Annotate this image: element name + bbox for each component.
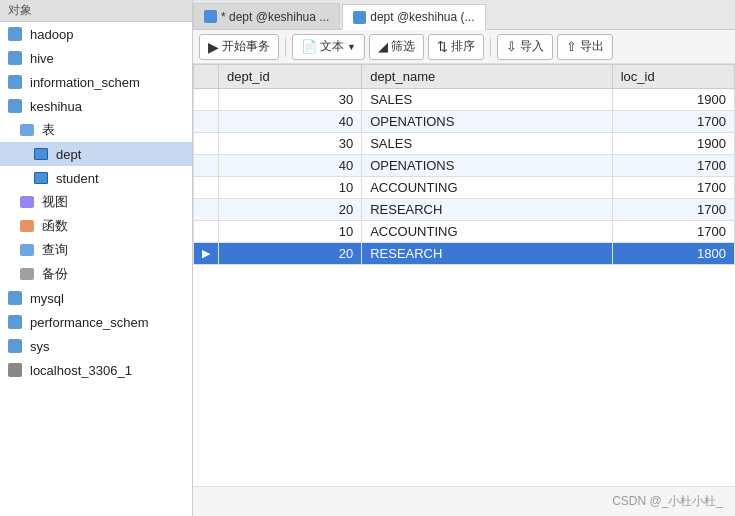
cell-dept-id: 30	[219, 89, 362, 111]
sort-button[interactable]: ⇅ 排序	[428, 34, 484, 60]
sidebar-item-sys[interactable]: sys	[0, 334, 192, 358]
cell-loc-id: 1800	[612, 243, 734, 265]
data-table: dept_id dept_name loc_id 30 SALES 1900 4…	[193, 64, 735, 265]
table-header-row: dept_id dept_name loc_id	[194, 65, 735, 89]
table-row[interactable]: 10 ACCOUNTING 1700	[194, 221, 735, 243]
cell-loc-id: 1700	[612, 177, 734, 199]
row-indicator	[194, 199, 219, 221]
text-dropdown-icon: ▼	[347, 42, 356, 52]
sidebar-item-hadoop[interactable]: hadoop	[0, 22, 192, 46]
sidebar-item-backup_folder[interactable]: 备份	[0, 262, 192, 286]
panel-label: 对象	[0, 0, 192, 22]
sidebar-item-dept[interactable]: dept	[0, 142, 192, 166]
sidebar-item-label: hive	[30, 51, 54, 66]
cell-dept-name: OPENATIONS	[362, 155, 613, 177]
sidebar-item-label: information_schem	[30, 75, 140, 90]
sidebar-item-label: mysql	[30, 291, 64, 306]
toolbar-separator-2	[490, 37, 491, 57]
col-loc-id[interactable]: loc_id	[612, 65, 734, 89]
cell-dept-id: 20	[219, 199, 362, 221]
table-row[interactable]: 30 SALES 1900	[194, 133, 735, 155]
import-label: 导入	[520, 38, 544, 55]
text-label: 文本	[320, 38, 344, 55]
footer: CSDN @_小杜小杜_	[193, 486, 735, 516]
table-row[interactable]: 20 RESEARCH 1700	[194, 199, 735, 221]
sidebar-item-queries_folder[interactable]: 查询	[0, 238, 192, 262]
filter-label: 筛选	[391, 38, 415, 55]
table-row[interactable]: ▶ 20 RESEARCH 1800	[194, 243, 735, 265]
sidebar-item-label: student	[56, 171, 99, 186]
sidebar-item-label: 视图	[42, 193, 68, 211]
sidebar-item-views_folder[interactable]: 视图	[0, 190, 192, 214]
sidebar-item-tables_folder[interactable]: 表	[0, 118, 192, 142]
col-indicator	[194, 65, 219, 89]
cell-dept-name: ACCOUNTING	[362, 177, 613, 199]
cell-dept-id: 20	[219, 243, 362, 265]
sidebar-item-keshihua[interactable]: keshihua	[0, 94, 192, 118]
sidebar-item-student[interactable]: student	[0, 166, 192, 190]
col-dept-name[interactable]: dept_name	[362, 65, 613, 89]
text-button[interactable]: 📄 文本 ▼	[292, 34, 365, 60]
sort-label: 排序	[451, 38, 475, 55]
tab-icon	[353, 11, 366, 24]
sidebar: 对象 hadoophiveinformation_schemkeshihua表d…	[0, 0, 193, 516]
cell-dept-id: 40	[219, 111, 362, 133]
export-button[interactable]: ⇧ 导出	[557, 34, 613, 60]
sidebar-item-label: 查询	[42, 241, 68, 259]
row-indicator	[194, 133, 219, 155]
tab-tab1[interactable]: * dept @keshihua ...	[193, 3, 340, 29]
tab-bar: * dept @keshihua ... dept @keshihua (...	[193, 0, 735, 30]
sidebar-item-localhost[interactable]: localhost_3306_1	[0, 358, 192, 382]
sidebar-item-label: localhost_3306_1	[30, 363, 132, 378]
row-indicator	[194, 221, 219, 243]
sidebar-item-label: 函数	[42, 217, 68, 235]
data-table-wrapper[interactable]: dept_id dept_name loc_id 30 SALES 1900 4…	[193, 64, 735, 486]
tab-tab2[interactable]: dept @keshihua (...	[342, 4, 485, 30]
filter-button[interactable]: ◢ 筛选	[369, 34, 424, 60]
export-icon: ⇧	[566, 39, 577, 54]
sidebar-item-label: hadoop	[30, 27, 73, 42]
panel-label-text: 对象	[8, 2, 32, 19]
tab-label: dept @keshihua (...	[370, 10, 474, 24]
sidebar-item-mysql[interactable]: mysql	[0, 286, 192, 310]
sidebar-item-information_schema[interactable]: information_schem	[0, 70, 192, 94]
sidebar-item-hive[interactable]: hive	[0, 46, 192, 70]
cell-dept-name: SALES	[362, 89, 613, 111]
sidebar-item-label: 备份	[42, 265, 68, 283]
cell-loc-id: 1700	[612, 199, 734, 221]
cell-loc-id: 1900	[612, 89, 734, 111]
table-row[interactable]: 10 ACCOUNTING 1700	[194, 177, 735, 199]
row-indicator	[194, 155, 219, 177]
cell-dept-name: OPENATIONS	[362, 111, 613, 133]
sidebar-item-funcs_folder[interactable]: 函数	[0, 214, 192, 238]
col-dept-id[interactable]: dept_id	[219, 65, 362, 89]
table-row[interactable]: 40 OPENATIONS 1700	[194, 155, 735, 177]
sidebar-item-label: dept	[56, 147, 81, 162]
cell-dept-id: 40	[219, 155, 362, 177]
row-indicator	[194, 177, 219, 199]
table-row[interactable]: 30 SALES 1900	[194, 89, 735, 111]
watermark-text: CSDN @_小杜小杜_	[612, 493, 723, 510]
cell-dept-id: 30	[219, 133, 362, 155]
row-indicator	[194, 111, 219, 133]
main-content: * dept @keshihua ... dept @keshihua (...…	[193, 0, 735, 516]
cell-dept-name: SALES	[362, 133, 613, 155]
toolbar-separator-1	[285, 37, 286, 57]
transaction-label: 开始事务	[222, 38, 270, 55]
sidebar-item-label: 表	[42, 121, 55, 139]
toolbar: ▶ 开始事务 📄 文本 ▼ ◢ 筛选 ⇅ 排序 ⇩ 导入 ⇧ 导出	[193, 30, 735, 64]
transaction-icon: ▶	[208, 39, 219, 55]
cell-dept-name: ACCOUNTING	[362, 221, 613, 243]
cell-dept-id: 10	[219, 221, 362, 243]
sidebar-item-performance_schema[interactable]: performance_schem	[0, 310, 192, 334]
transaction-button[interactable]: ▶ 开始事务	[199, 34, 279, 60]
text-icon: 📄	[301, 39, 317, 54]
table-row[interactable]: 40 OPENATIONS 1700	[194, 111, 735, 133]
sidebar-item-label: sys	[30, 339, 50, 354]
sidebar-item-label: keshihua	[30, 99, 82, 114]
export-label: 导出	[580, 38, 604, 55]
import-button[interactable]: ⇩ 导入	[497, 34, 553, 60]
import-icon: ⇩	[506, 39, 517, 54]
cell-dept-name: RESEARCH	[362, 243, 613, 265]
cell-dept-name: RESEARCH	[362, 199, 613, 221]
